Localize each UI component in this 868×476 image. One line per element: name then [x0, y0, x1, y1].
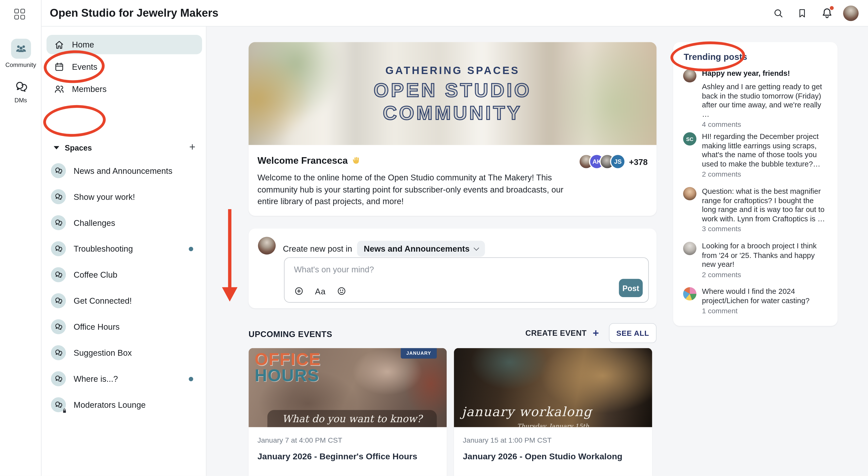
composer-prefix: Create new post in	[283, 244, 352, 253]
post-excerpt: HI! regarding the December project makin…	[702, 132, 828, 169]
sidebar-item-events[interactable]: Events	[46, 57, 202, 76]
event-date: January 7 at 4:00 PM CST	[257, 436, 438, 444]
space-label: Suggestion Box	[73, 348, 132, 357]
composer-avatar	[258, 237, 276, 254]
sidebar-item-members[interactable]: Members	[46, 79, 202, 98]
app-rail: Community DMs	[0, 0, 41, 476]
space-item-get-connected[interactable]: Get Connected!	[46, 288, 202, 314]
space-item-show-your-work[interactable]: Show your work!	[46, 184, 202, 210]
notifications-bell-icon[interactable]	[820, 7, 834, 20]
space-chat-icon	[51, 189, 66, 204]
event-month-badge: JANUARY	[401, 348, 437, 359]
unread-dot	[189, 247, 193, 251]
sidebar-members-label: Members	[72, 84, 107, 94]
page-title: Open Studio for Jewelry Makers	[50, 7, 218, 19]
event-title: January 2026 - Beginner's Office Hours	[257, 451, 438, 462]
post-excerpt: Ashley and I are getting ready to get ba…	[702, 82, 828, 119]
plus-icon: +	[593, 329, 599, 337]
dms-icon	[14, 80, 28, 94]
post-avatar	[683, 187, 696, 200]
top-header: Open Studio for Jewelry Makers	[41, 0, 868, 27]
space-chat-icon	[51, 397, 66, 412]
space-item-moderators-lounge[interactable]: Moderators Lounge	[46, 392, 202, 418]
trending-posts-card: Trending posts Happy new year, friends! …	[673, 42, 837, 326]
event-card-workalong[interactable]: january workalong Thursday, January 15th…	[454, 348, 652, 476]
post-avatar	[683, 69, 696, 83]
upcoming-events-title: UPCOMING EVENTS	[248, 329, 332, 339]
emoji-icon[interactable]	[337, 286, 346, 296]
post-title: Happy new year, friends!	[702, 69, 828, 77]
post-comments-count: 2 comments	[702, 270, 828, 279]
space-chat-icon	[51, 345, 66, 360]
main-content: GATHERING SPACES OPEN STUDIO COMMUNITY W…	[207, 27, 868, 476]
attach-icon[interactable]	[294, 286, 304, 296]
trending-post[interactable]: Happy new year, friends! Ashley and I ar…	[683, 69, 828, 128]
create-event-button[interactable]: CREATE EVENT +	[525, 329, 599, 338]
text-format-button[interactable]: Aa	[315, 286, 326, 296]
event-image: OFFICE HOURS JANUARY What do you want to…	[248, 348, 447, 427]
annotation-arrow-head	[222, 287, 237, 302]
welcome-card: GATHERING SPACES OPEN STUDIO COMMUNITY W…	[248, 42, 656, 216]
search-icon[interactable]	[773, 8, 784, 19]
post-avatar: SC	[683, 132, 696, 146]
event-img-title1: OFFICE	[254, 351, 321, 368]
space-label: News and Announcements	[73, 166, 173, 175]
post-comments-count: 4 comments	[702, 120, 828, 128]
sidebar: Home Events Members Spaces + News and An…	[41, 27, 207, 476]
post-excerpt: Where would I find the 2024 project/Lich…	[702, 287, 828, 306]
trending-post[interactable]: Question: what is the best magnifier ran…	[683, 187, 828, 233]
space-label: Challenges	[73, 218, 115, 227]
add-space-button[interactable]: +	[189, 141, 195, 153]
calendar-icon	[54, 61, 65, 72]
trending-post[interactable]: Where would I find the 2024 project/Lich…	[683, 287, 828, 315]
space-label: Moderators Lounge	[73, 400, 146, 409]
space-label: Coffee Club	[73, 270, 117, 280]
space-item-news-and-announcements[interactable]: News and Announcements	[46, 158, 202, 184]
space-chat-icon	[51, 371, 66, 386]
spaces-section-header[interactable]: Spaces +	[46, 140, 202, 155]
rail-item-dms[interactable]: DMs	[0, 80, 41, 103]
hero-line3: COMMUNITY	[383, 102, 522, 124]
see-all-button[interactable]: SEE ALL	[609, 323, 656, 343]
space-item-coffee-club[interactable]: Coffee Club	[46, 262, 202, 288]
post-comments-count: 3 comments	[702, 225, 828, 233]
space-label: Troubleshooting	[73, 244, 133, 253]
trending-post[interactable]: SC HI! regarding the December project ma…	[683, 132, 828, 178]
hero-line2: OPEN STUDIO	[374, 80, 531, 102]
space-chat-icon	[51, 267, 66, 282]
space-item-suggestion-box[interactable]: Suggestion Box	[46, 340, 202, 366]
sidebar-item-home[interactable]: Home	[46, 35, 202, 54]
bookmark-icon[interactable]	[797, 8, 808, 19]
event-img-title2: HOURS	[254, 368, 321, 384]
event-card-office-hours[interactable]: OFFICE HOURS JANUARY What do you want to…	[248, 348, 447, 476]
space-label: Show your work!	[73, 192, 135, 201]
space-label: Get Connected!	[73, 296, 132, 306]
sidebar-home-label: Home	[72, 40, 94, 49]
post-button[interactable]: Post	[619, 279, 643, 297]
event-title: January 2026 - Open Studio Workalong	[463, 451, 643, 462]
space-item-where-is[interactable]: Where is...?	[46, 366, 202, 392]
post-excerpt: Question: what is the best magnifier ran…	[702, 187, 828, 224]
space-chat-icon	[51, 293, 66, 308]
space-selector-dropdown[interactable]: News and Announcements	[357, 241, 485, 257]
event-date: January 15 at 1:00 PM CST	[463, 436, 643, 444]
trending-post[interactable]: Looking for a brooch project I think fro…	[683, 242, 828, 279]
space-item-troubleshooting[interactable]: Troubleshooting	[46, 236, 202, 262]
welcome-heading: Welcome Francesca	[257, 155, 347, 166]
space-chat-icon	[51, 319, 66, 334]
member-avatars-row[interactable]: AK JS +378	[579, 154, 648, 169]
event-img-caption: What do you want to know?	[282, 413, 422, 424]
rail-community-label: Community	[0, 61, 41, 68]
hero-line1: GATHERING SPACES	[385, 65, 520, 77]
space-item-office-hours[interactable]: Office Hours	[46, 314, 202, 340]
user-avatar[interactable]	[843, 5, 859, 21]
spaces-title: Spaces	[65, 143, 92, 152]
app-switcher-icon[interactable]	[14, 9, 26, 20]
home-icon	[54, 39, 65, 50]
wave-emoji	[351, 156, 361, 166]
event-image: january workalong Thursday, January 15th	[454, 348, 652, 427]
post-input[interactable]	[294, 264, 571, 274]
member-count: +378	[629, 157, 648, 166]
space-item-challenges[interactable]: Challenges	[46, 210, 202, 236]
rail-item-community[interactable]: Community	[0, 39, 41, 68]
